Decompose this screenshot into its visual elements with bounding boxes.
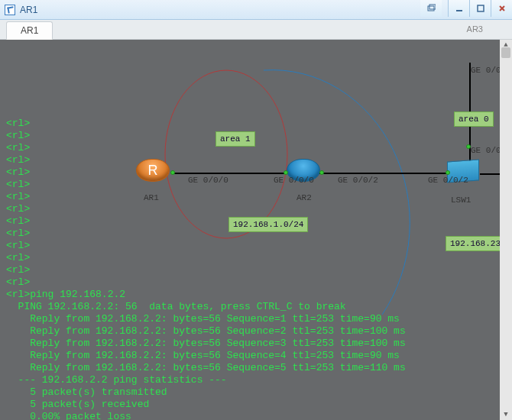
ping-reply: Reply from 192.168.2.2: bytes=56 Sequenc… [6, 338, 406, 349]
prompt-line: <rl> [6, 191, 30, 202]
svg-rect-0 [428, 6, 434, 11]
svg-rect-3 [478, 5, 484, 11]
ping-stat: 5 packet(s) transmitted [6, 386, 167, 398]
maximize-icon [476, 4, 485, 13]
prompt-line: <rl> [6, 142, 30, 153]
ping-reply: Reply from 192.168.2.2: bytes=56 Sequenc… [6, 350, 400, 361]
ping-stat: 5 packet(s) received [6, 399, 149, 410]
scroll-down-arrow[interactable]: ▼ [500, 409, 512, 420]
maximize-button[interactable] [469, 0, 491, 17]
svg-rect-1 [429, 5, 436, 9]
prompt-line: <rl> [6, 154, 30, 166]
tab-ar1[interactable]: AR1 [6, 21, 53, 40]
scroll-thumb[interactable] [501, 47, 510, 58]
detach-icon [426, 4, 436, 13]
command-line: <rl>ping 192.168.2.2 [6, 289, 125, 300]
prompt-line: <rl> [6, 276, 30, 288]
detach-button[interactable] [420, 0, 442, 17]
scrollbar[interactable]: ▲ ▼ [500, 40, 512, 420]
minimize-button[interactable] [448, 0, 469, 17]
ping-header: PING 192.168.2.2: 56 data bytes, press C… [6, 301, 346, 312]
terminal[interactable]: area 1 area 0 R AR1 AR2 LSW1 GE 0/0/0 GE… [0, 40, 512, 420]
minimize-icon [455, 4, 464, 13]
tab-strip: AR1 AR3 [0, 20, 512, 40]
prompt-line: <rl> [6, 228, 30, 239]
close-icon [497, 4, 507, 13]
ping-stat: 0.00% packet loss [6, 411, 131, 420]
topology-label-ar3: AR3 [467, 24, 483, 34]
prompt-line: <rl> [6, 240, 30, 251]
title-bar: AR1 [0, 0, 512, 20]
ping-reply: Reply from 192.168.2.2: bytes=56 Sequenc… [6, 325, 406, 337]
ping-reply: Reply from 192.168.2.2: bytes=56 Sequenc… [6, 313, 400, 325]
prompt-line: <rl> [6, 166, 30, 178]
prompt-line: <rl> [6, 118, 30, 129]
prompt-line: <rl> [6, 179, 30, 190]
ping-reply: Reply from 192.168.2.2: bytes=56 Sequenc… [6, 362, 406, 373]
terminal-output: <rl> <rl> <rl> <rl> <rl> <rl> <rl> <rl> … [6, 118, 506, 420]
prompt-line: <rl> [6, 252, 30, 263]
window-controls [420, 0, 512, 17]
close-button[interactable] [491, 0, 512, 17]
window-title: AR1 [20, 5, 37, 15]
prompt-line: <rl> [6, 264, 30, 276]
prompt-line: <rl> [6, 203, 30, 215]
prompt-line: <rl> [6, 215, 30, 227]
ping-stats-header: --- 192.168.2.2 ping statistics --- [6, 374, 227, 386]
prompt-line: <rl> [6, 130, 30, 141]
app-icon [5, 5, 15, 15]
